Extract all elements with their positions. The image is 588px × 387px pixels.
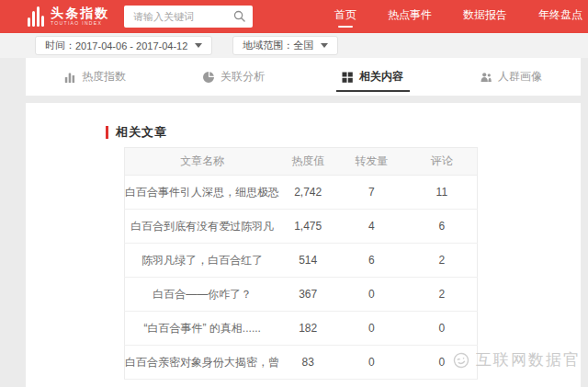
app-header: 头条指数 TOUTIAO INDEX 首页 热点事件 数据报告 年终盘点	[0, 0, 588, 33]
forwards-count: 6	[336, 244, 407, 278]
tab-relation-analysis[interactable]: 关联分析	[164, 58, 303, 96]
column-header-forwards: 转发量	[336, 148, 407, 176]
chevron-down-icon	[321, 43, 328, 48]
related-content-panel: 相关文章 文章名称 热度值 转发量 评论 白百合事件引人深思，细思极恐！ 2,7…	[26, 103, 581, 387]
article-title[interactable]: 白百合亲密对象身份大揭密，曾是...	[125, 346, 280, 380]
filter-bar: 时间：2017-04-06 - 2017-04-12 地域范围：全国	[0, 33, 588, 58]
forwards-count: 7	[336, 176, 407, 210]
heat-value: 514	[279, 244, 335, 278]
keyword-search-box[interactable]	[124, 6, 253, 28]
search-input[interactable]	[124, 6, 227, 28]
article-title[interactable]: “白百合事件” 的真相......	[125, 312, 280, 346]
forwards-count: 0	[336, 312, 407, 346]
article-title[interactable]: 白百合——你咋了？	[125, 278, 280, 312]
chevron-down-icon	[195, 43, 202, 48]
column-header-comments: 评论	[407, 148, 478, 176]
smiley-icon	[450, 349, 472, 371]
comments-count: 0	[407, 312, 478, 346]
comments-count: 6	[407, 210, 478, 244]
heat-value: 83	[279, 346, 335, 380]
bar-chart-logo-icon	[28, 6, 44, 27]
nav-item-home[interactable]: 首页	[333, 4, 358, 29]
grid-icon	[342, 72, 353, 83]
tab-heat-index[interactable]: 热度指数	[26, 58, 164, 96]
pie-chart-icon	[203, 72, 214, 83]
bar-chart-icon	[64, 72, 75, 83]
watermark: 互联网数据官	[452, 349, 581, 370]
tab-label: 人群画像	[498, 69, 542, 85]
table-row: 陈羽凡绿了，白百合红了 514 6 2	[125, 244, 478, 278]
heat-value: 2,742	[279, 176, 335, 210]
article-title[interactable]: 白百合到底有没有爱过陈羽凡	[125, 210, 280, 244]
table-header-row: 文章名称 热度值 转发量 评论	[125, 148, 478, 176]
comments-count: 2	[407, 278, 478, 312]
table-row: 白百合——你咋了？ 367 0 2	[125, 278, 478, 312]
article-title[interactable]: 白百合事件引人深思，细思极恐！	[125, 176, 280, 210]
watermark-text: 互联网数据官	[476, 349, 581, 370]
forwards-count: 0	[336, 278, 407, 312]
heat-value: 1,475	[279, 210, 335, 244]
tab-related-content[interactable]: 相关内容	[303, 58, 442, 96]
toutiao-index-logo[interactable]: 头条指数 TOUTIAO INDEX	[28, 6, 111, 27]
search-icon[interactable]	[233, 10, 245, 22]
forwards-count: 0	[336, 346, 407, 380]
tab-label: 相关内容	[359, 69, 403, 85]
heat-value: 367	[279, 278, 335, 312]
logo-subtitle: TOUTIAO INDEX	[51, 21, 102, 26]
top-navigation: 首页 热点事件 数据报告 年终盘点	[333, 4, 588, 29]
time-filter-label: 时间：	[45, 39, 75, 52]
nav-item-data-report[interactable]: 数据报告	[461, 4, 509, 29]
section-tab-bar: 热度指数 关联分析 相关内容 人群画像	[26, 58, 581, 96]
heat-value: 182	[279, 312, 335, 346]
tab-audience-profile[interactable]: 人群画像	[442, 58, 581, 96]
comments-count: 11	[407, 176, 478, 210]
table-row: 白百合亲密对象身份大揭密，曾是... 83 0 0	[125, 346, 478, 380]
time-filter-value: 2017-04-06 - 2017-04-12	[75, 40, 187, 51]
comments-count: 2	[407, 244, 478, 278]
time-range-dropdown[interactable]: 时间：2017-04-06 - 2017-04-12	[35, 36, 212, 55]
table-row: 白百合事件引人深思，细思极恐！ 2,742 7 11	[125, 176, 478, 210]
section-title: 相关文章	[106, 124, 167, 141]
related-articles-table: 文章名称 热度值 转发量 评论 白百合事件引人深思，细思极恐！ 2,742 7 …	[124, 147, 478, 380]
nav-item-hot-events[interactable]: 热点事件	[386, 4, 434, 29]
nav-item-year-review[interactable]: 年终盘点	[537, 4, 584, 29]
column-header-heat-value: 热度值	[279, 148, 335, 176]
table-row: 白百合到底有没有爱过陈羽凡 1,475 4 6	[125, 210, 478, 244]
tab-label: 热度指数	[82, 69, 126, 85]
people-icon	[481, 72, 492, 83]
article-title[interactable]: 陈羽凡绿了，白百合红了	[125, 244, 280, 278]
section-title-text: 相关文章	[116, 124, 167, 141]
logo-title: 头条指数	[51, 6, 111, 19]
forwards-count: 4	[336, 210, 407, 244]
table-row: “白百合事件” 的真相...... 182 0 0	[125, 312, 478, 346]
tab-label: 关联分析	[220, 69, 265, 85]
region-filter-label: 地域范围：	[243, 39, 293, 52]
region-filter-value: 全国	[293, 39, 313, 52]
red-accent-bar	[106, 126, 108, 139]
region-dropdown[interactable]: 地域范围：全国	[232, 36, 338, 55]
column-header-article-name: 文章名称	[125, 148, 280, 176]
